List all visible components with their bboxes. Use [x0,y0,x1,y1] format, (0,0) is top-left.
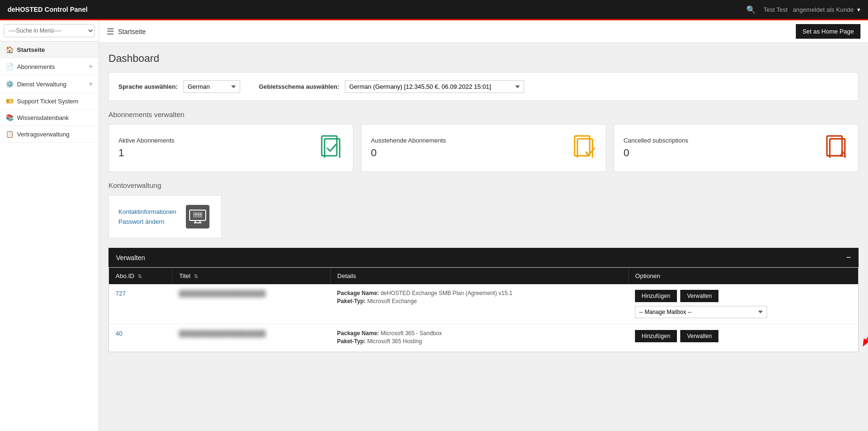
region-label: Gebietsschema auswählen: [259,83,340,90]
sidebar-item-wissensdatenbank[interactable]: 📚 Wissensdatenbank [0,110,99,126]
row-40-options: Hinzufügen Verwalten [628,324,858,352]
row-727-details: Package Name: deHOSTED Exchange SMB Plan… [331,284,629,324]
row-40-hinzufuegen-button[interactable]: Hinzufügen [635,330,677,342]
manage-header: Verwalten − [108,248,859,267]
manage-title: Verwalten [116,254,145,262]
row-727-hinzufuegen-button[interactable]: Hinzufügen [635,290,677,302]
region-select[interactable]: German (Germany) [12.345,50 €, 06.09.202… [345,80,524,93]
card-pending-value: 0 [371,147,446,159]
account-card-text: Kontaktinformationen Passwort ändern [118,208,176,225]
breadcrumb: Startseite [118,28,146,35]
row-727-id: 727 [109,284,172,324]
set-home-button[interactable]: Set as Home Page [796,24,860,39]
row-40-details: Package Name: Microsoft 365 - Sandbox Pa… [331,324,629,352]
active-subscriptions-icon [320,134,343,162]
sidebar-item-startseite[interactable]: 🏠 Startseite [0,42,99,58]
breadcrumb-left: ☰ Startseite [107,26,146,37]
card-cancelled-value: 0 [624,147,688,159]
topbar-user: Test Test angemeldet als Kunde ▾ [763,6,860,13]
cards-row: Aktive Abonnements 1 Ausstehende Abonnem… [108,124,859,172]
card-pending-title: Ausstehende Abonnements [371,137,446,144]
card-active-info: Aktive Abonnements 1 [118,137,175,159]
startseite-icon: 🏠 [6,46,13,53]
wissensdatenbank-label: Wissensdatenbank [17,114,93,121]
startseite-label: Startseite [17,46,93,53]
pending-subscriptions-icon: ! [573,134,596,162]
main-content: ☰ Startseite Set as Home Page Dashboard … [99,20,868,431]
card-active[interactable]: Aktive Abonnements 1 [108,124,353,172]
sidebar-search-wrapper[interactable]: ----Suche in Menü---- [0,20,99,42]
account-card[interactable]: Kontaktinformationen Passwort ändern *** [108,195,222,238]
sidebar-item-support-ticket[interactable]: 🎫 Support Ticket System [0,93,99,110]
mailbox-select[interactable]: -- Manage Mailbox -- [635,306,767,318]
dienst-verwaltung-label: Dienst Verwaltung [17,81,85,88]
table-row: 727 ████████████████████ Package Name: d… [109,284,858,324]
col-titel: Titel ⇅ [172,268,330,284]
table-header-row: Abo.ID ⇅ Titel ⇅ Details Optionen [109,268,858,284]
card-active-value: 1 [118,147,175,159]
region-group: Gebietsschema auswählen: German (Germany… [259,80,525,93]
monitor-icon: *** [186,205,209,228]
cancelled-subscriptions-icon: ⚠ [825,134,849,162]
user-name: Test Test [763,6,787,13]
language-group: Sprache auswählen: German [118,80,240,93]
sidebar-item-dienst-verwaltung[interactable]: ⚙️ Dienst Verwaltung + [0,76,99,93]
card-cancelled[interactable]: Cancelled subscriptions 0 ⚠ [614,124,859,172]
row-727-options: Hinzufügen Verwalten -- Manage Mailbox -… [628,284,858,324]
settings-row: Sprache auswählen: German Gebietsschema … [108,72,859,101]
row-727-paket-typ: Paket-Typ: Microsoft Exchange [337,298,622,304]
row-40-buttons: Hinzufügen Verwalten [635,330,851,342]
row-40-verwalten-button[interactable]: Verwalten [680,330,718,342]
account-section-heading: Kontoverwaltung [108,181,859,189]
row-727-verwalten-button[interactable]: Verwalten [680,290,718,302]
support-ticket-label: Support Ticket System [17,98,93,105]
card-pending[interactable]: Ausstehende Abonnements 0 ! [361,124,606,172]
page-title: Dashboard [108,52,859,65]
abonnements-label: Abonnements [17,63,85,70]
col-abo-id: Abo.ID ⇅ [109,268,172,284]
dienst-verwaltung-plus[interactable]: + [89,80,93,88]
vertragsverwaltung-label: Vertragsverwaltung [17,131,93,138]
card-pending-info: Ausstehende Abonnements 0 [371,137,446,159]
topbar-right: 🔍 Test Test angemeldet als Kunde ▾ [746,5,860,14]
sidebar-search-select[interactable]: ----Suche in Menü---- [4,24,95,37]
row-40-paket-typ: Paket-Typ: Microsoft 365 Hosting [337,338,622,345]
vertragsverwaltung-icon: 📋 [6,130,13,138]
login-status: angemeldet als Kunde [793,6,853,13]
row-40-link[interactable]: 40 [116,330,122,337]
main-layout: ----Suche in Menü---- 🏠 Startseite 📄 Abo… [0,20,868,431]
abonnements-icon: 📄 [6,63,13,70]
support-ticket-icon: 🎫 [6,97,13,105]
svg-text:!: ! [586,151,588,158]
search-icon[interactable]: 🔍 [746,5,756,14]
content-area: Dashboard Sprache auswählen: German Gebi… [99,43,868,362]
sort-arrows-title[interactable]: ⇅ [194,273,198,279]
language-select[interactable]: German [184,80,240,93]
svg-text:***: *** [194,213,202,218]
sidebar-item-abonnements[interactable]: 📄 Abonnements + [0,58,99,76]
row-40-id: 40 [109,324,172,352]
collapse-button[interactable]: − [846,253,851,262]
contact-info-link[interactable]: Kontaktinformationen [118,208,176,215]
card-active-title: Aktive Abonnements [118,137,175,144]
abonnements-plus[interactable]: + [89,62,93,71]
row-727-buttons: Hinzufügen Verwalten [635,290,851,302]
sidebar-item-vertragsverwaltung[interactable]: 📋 Vertragsverwaltung [0,126,99,143]
mailbox-select-wrapper: -- Manage Mailbox -- [635,306,851,318]
change-password-link[interactable]: Passwort ändern [118,218,176,225]
manage-section: Verwalten − Abo.ID ⇅ Titel ⇅ Details Opt… [108,248,859,352]
sort-arrows-id[interactable]: ⇅ [138,273,142,279]
svg-line-14 [866,318,868,342]
row-727-title-text: ████████████████████ [179,290,266,297]
col-details: Details [331,268,629,284]
row-727-link[interactable]: 727 [116,290,126,297]
manage-table-wrapper: Abo.ID ⇅ Titel ⇅ Details Optionen 727 [108,267,859,352]
wissensdatenbank-icon: 📚 [6,114,13,121]
dienst-verwaltung-icon: ⚙️ [6,80,13,88]
topbar: deHOSTED Control Panel 🔍 Test Test angem… [0,0,868,19]
table-row: 40 ████████████████████ Package Name: Mi… [109,324,858,352]
sidebar: ----Suche in Menü---- 🏠 Startseite 📄 Abo… [0,20,99,431]
card-cancelled-title: Cancelled subscriptions [624,137,688,144]
row-727-package: Package Name: deHOSTED Exchange SMB Plan… [337,290,622,296]
breadcrumb-bar: ☰ Startseite Set as Home Page [99,20,868,43]
